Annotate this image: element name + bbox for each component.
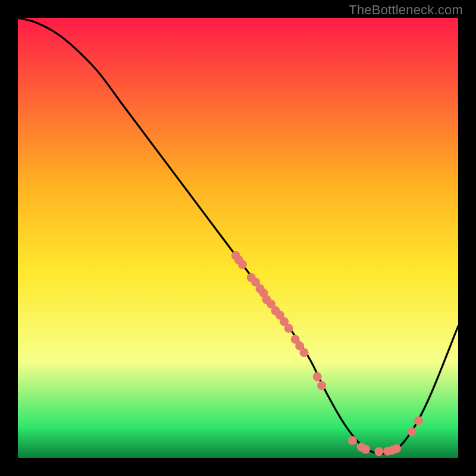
- data-dot: [300, 348, 309, 357]
- data-dot: [361, 445, 370, 454]
- watermark-text: TheBottleneck.com: [349, 2, 463, 18]
- chart-svg: [18, 18, 458, 458]
- data-dot: [374, 447, 383, 456]
- data-dot: [238, 260, 247, 269]
- gradient-bg: [18, 18, 458, 458]
- data-dot: [348, 436, 357, 445]
- data-dot: [317, 381, 326, 390]
- chart-frame: TheBottleneck.com: [0, 0, 476, 476]
- data-dot: [313, 372, 322, 381]
- data-dot: [392, 444, 401, 453]
- data-dot: [414, 416, 423, 425]
- plot-area: [18, 18, 458, 458]
- data-dot: [408, 427, 416, 436]
- data-dot: [284, 324, 293, 333]
